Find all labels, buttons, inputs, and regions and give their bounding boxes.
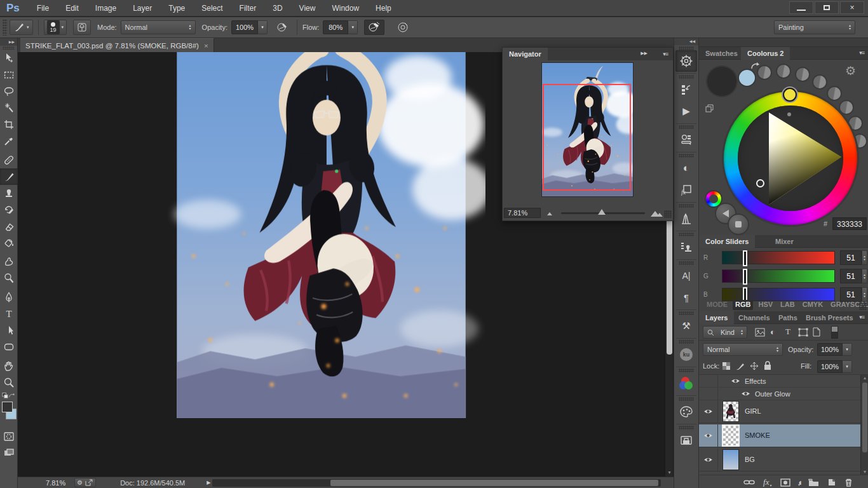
styles-panel-icon[interactable]: fx xyxy=(674,179,698,201)
foreground-color-swatch[interactable] xyxy=(2,402,13,412)
tab-layers[interactable]: Layers xyxy=(699,311,734,324)
status-zoom-field[interactable]: 7.81% xyxy=(46,479,65,487)
adjustments-panel-icon[interactable]: ◐ xyxy=(674,158,698,179)
tablet-size-button[interactable] xyxy=(393,20,412,35)
outer-glow-effect-row[interactable]: Outer Glow xyxy=(699,388,860,400)
pen-tool[interactable] xyxy=(0,289,18,306)
opacity-dropdown-arrow[interactable]: ▾ xyxy=(258,20,268,34)
status-flyout-icon[interactable]: ▶ xyxy=(207,480,210,485)
blue-slider-track[interactable] xyxy=(722,288,835,301)
layer-style-fx-icon[interactable]: fx▾ xyxy=(763,477,771,487)
hue-selector-handle[interactable] xyxy=(783,88,797,102)
tab-close-icon[interactable]: × xyxy=(204,42,208,50)
harmony-swatch-dot[interactable] xyxy=(777,65,790,78)
smoke-layer-thumbnail[interactable] xyxy=(723,426,738,445)
coolorus-background-swatch[interactable] xyxy=(739,70,755,86)
clone-stamp-tool[interactable] xyxy=(0,185,18,201)
color-panel-icon[interactable] xyxy=(674,372,698,394)
brush-size-picker[interactable]: 19 ▾ xyxy=(44,20,67,35)
tab-coolorus[interactable]: Coolorus 2 xyxy=(741,47,790,60)
mode-rgb[interactable]: RGB xyxy=(733,300,753,310)
green-value-stepper[interactable]: ▴▾ xyxy=(862,269,867,283)
menu-select[interactable]: Select xyxy=(193,0,231,17)
vertical-scrollbar-thumb[interactable] xyxy=(667,219,672,355)
link-layers-icon[interactable] xyxy=(743,478,755,486)
measurement-tools-panel-icon[interactable]: ⚒ xyxy=(674,315,698,337)
tab-color-sliders[interactable]: Color Sliders xyxy=(699,235,755,248)
layer-row-smoke[interactable]: SMOKE xyxy=(699,424,860,447)
bg-layer-thumbnail[interactable] xyxy=(723,450,738,470)
options-grip[interactable] xyxy=(3,19,7,36)
lock-pixels-icon[interactable] xyxy=(736,362,745,370)
flow-field[interactable]: 80% xyxy=(323,20,348,34)
default-colors-icon[interactable] xyxy=(2,392,8,399)
collapse-panel-icon[interactable]: ▶▶ xyxy=(641,51,648,56)
red-value-field[interactable]: 51 xyxy=(840,250,862,265)
menu-layer[interactable]: Layer xyxy=(125,0,160,17)
new-adjustment-layer-icon[interactable]: ◐▾ xyxy=(799,477,800,487)
clone-source-panel-icon[interactable] xyxy=(674,236,698,258)
history-brush-tool[interactable] xyxy=(0,201,18,218)
layer-blend-mode-dropdown[interactable]: Normal ▴▾ xyxy=(703,343,783,356)
green-slider-thumb[interactable] xyxy=(743,269,747,285)
filter-type-layers-icon[interactable]: T xyxy=(785,327,790,337)
magic-wand-tool[interactable] xyxy=(0,100,18,116)
lock-position-icon[interactable] xyxy=(750,362,759,370)
tool-preset-picker[interactable]: ▾ xyxy=(10,20,33,35)
quick-mask-button[interactable] xyxy=(0,428,18,445)
panel-menu-icon[interactable]: ▾≡ xyxy=(663,51,668,57)
tablet-opacity-button[interactable] xyxy=(273,20,292,35)
zoom-out-icon[interactable] xyxy=(546,210,556,216)
close-button[interactable]: × xyxy=(840,1,864,14)
tab-swatches[interactable]: Swatches xyxy=(699,47,744,60)
screen-mode-button[interactable] xyxy=(0,445,18,461)
flow-dropdown-arrow[interactable]: ▾ xyxy=(348,20,358,34)
toggle-brush-panel-button[interactable] xyxy=(73,20,91,35)
tab-brush-presets[interactable]: Brush Presets xyxy=(799,311,860,324)
gear-icon[interactable]: ⚙ xyxy=(845,64,856,78)
lock-transparency-icon[interactable] xyxy=(722,362,731,370)
healing-brush-tool[interactable] xyxy=(0,152,18,168)
harmony-swatch-dot[interactable] xyxy=(758,66,771,79)
airbrush-toggle-button[interactable] xyxy=(364,20,384,35)
red-slider-track[interactable] xyxy=(722,251,835,264)
menu-file[interactable]: File xyxy=(29,0,57,17)
menu-window[interactable]: Window xyxy=(323,0,367,17)
dock-expand-button[interactable]: ◀◀ xyxy=(674,38,698,45)
path-selection-tool[interactable] xyxy=(0,322,18,339)
effects-group-row[interactable]: Effects xyxy=(699,375,860,388)
lock-all-icon[interactable] xyxy=(764,361,771,370)
panel-menu-icon[interactable]: ▾≡ xyxy=(859,314,864,320)
lasso-tool[interactable] xyxy=(0,83,18,100)
hand-tool[interactable] xyxy=(0,358,18,374)
navigator-proxy-view-box[interactable] xyxy=(543,84,631,191)
dodge-tool[interactable] xyxy=(0,270,18,287)
navigator-zoom-slider[interactable] xyxy=(561,212,645,214)
menu-edit[interactable]: Edit xyxy=(57,0,87,17)
move-tool[interactable] xyxy=(0,50,18,67)
layer-row-girl[interactable]: GIRL xyxy=(699,400,860,423)
layers-scrollbar-thumb[interactable] xyxy=(862,383,867,452)
menu-image[interactable]: Image xyxy=(87,0,125,17)
layers-scroll-down-icon[interactable]: ▾ xyxy=(861,469,868,475)
kuler-panel-icon[interactable]: ku xyxy=(674,344,698,365)
saturation-value-triangle[interactable] xyxy=(738,105,843,211)
document-tab[interactable]: STRIKE_FLAT_003.psd @ 7.81% (SMOKE, RGB/… xyxy=(20,38,214,52)
menu-view[interactable]: View xyxy=(291,0,324,17)
tab-mixer[interactable]: Mixer xyxy=(769,235,800,248)
harmony-swatch-dot[interactable] xyxy=(813,76,826,88)
layers-scrollbar[interactable]: ▴ ▾ xyxy=(860,375,868,475)
marquee-tool[interactable] xyxy=(0,67,18,83)
character-panel-icon[interactable]: A| xyxy=(674,265,698,287)
green-value-field[interactable]: 51 xyxy=(840,269,862,283)
harmony-swatch-dot[interactable] xyxy=(849,117,862,130)
navigator-zoom-slider-thumb[interactable] xyxy=(598,209,606,215)
add-layer-mask-icon[interactable] xyxy=(780,478,790,487)
navigator-tab[interactable]: Navigator xyxy=(503,48,548,60)
mode-cmyk[interactable]: CMYK xyxy=(800,300,825,310)
menu-filter[interactable]: Filter xyxy=(231,0,265,17)
girl-visibility-eye-icon[interactable] xyxy=(703,408,713,415)
green-slider-track[interactable] xyxy=(722,269,835,283)
toolbar-grip[interactable] xyxy=(3,46,15,50)
doc-size-readout[interactable]: Doc: 192.6M/540.5M xyxy=(120,479,185,487)
